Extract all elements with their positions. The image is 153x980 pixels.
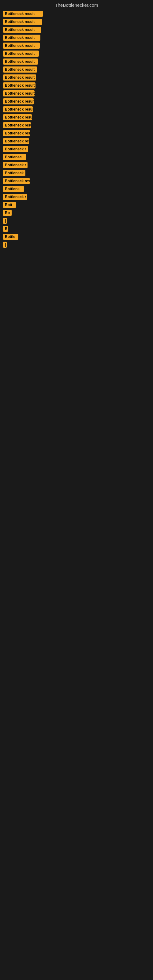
bottleneck-badge: Bottleneck result bbox=[3, 98, 33, 105]
bottleneck-badge: Bottlenec bbox=[3, 154, 26, 160]
bottleneck-list: Bottleneck resultBottleneck resultBottle… bbox=[0, 11, 153, 248]
bottleneck-badge: Bottleneck result bbox=[3, 138, 29, 144]
list-item: Bottleneck result bbox=[3, 114, 150, 120]
list-item: Bottleneck result bbox=[3, 43, 150, 49]
list-item: Bottleneck result bbox=[3, 122, 150, 128]
bottleneck-badge: Bottleneck bbox=[3, 170, 26, 176]
list-item: Bottleneck result bbox=[3, 90, 150, 97]
bottleneck-badge: Bottleneck result bbox=[3, 51, 39, 57]
bottleneck-badge: Bottleneck result bbox=[3, 90, 35, 97]
bottleneck-badge: Bottleneck result bbox=[3, 43, 40, 49]
bottleneck-badge: Bottleneck result bbox=[3, 83, 35, 89]
bottleneck-badge: Bottleneck result bbox=[3, 27, 41, 33]
bottleneck-badge: Bottleneck r bbox=[3, 162, 27, 168]
bottleneck-badge: Bottle bbox=[3, 234, 18, 240]
list-item: Bottleneck r bbox=[3, 162, 150, 168]
list-item: Bo bbox=[3, 210, 150, 216]
bottleneck-badge: | bbox=[3, 242, 7, 248]
list-item: Bottleneck res bbox=[3, 130, 150, 136]
bottleneck-badge: Bottleneck r bbox=[3, 146, 28, 152]
list-item: Bottleneck res bbox=[3, 178, 150, 184]
bottleneck-badge: Bottleneck r bbox=[3, 194, 27, 200]
list-item: Bottleneck result bbox=[3, 19, 150, 25]
bottleneck-badge: | bbox=[3, 218, 7, 224]
bottleneck-badge: Bottleneck result bbox=[3, 35, 40, 41]
list-item: Bottleneck result bbox=[3, 11, 150, 17]
bottleneck-badge: Bottleneck result bbox=[3, 106, 33, 112]
bottleneck-badge: Bottleneck result bbox=[3, 114, 32, 120]
bottleneck-badge: Bottleneck result bbox=[3, 11, 43, 17]
site-title: TheBottlenecker.com bbox=[0, 0, 153, 9]
bottleneck-badge: Bottlene bbox=[3, 186, 24, 192]
list-item: | bbox=[3, 242, 150, 248]
bottleneck-badge: Bottleneck result bbox=[3, 75, 36, 81]
list-item: Bottleneck bbox=[3, 170, 150, 176]
list-item: B bbox=[3, 226, 150, 232]
bottleneck-badge: Bottleneck res bbox=[3, 178, 30, 184]
list-item: Bottleneck result bbox=[3, 138, 150, 144]
list-item: Bottleneck result bbox=[3, 67, 150, 73]
list-item: Bottleneck result bbox=[3, 98, 150, 105]
bottleneck-badge: Bottleneck result bbox=[3, 59, 38, 65]
bottleneck-badge: B bbox=[3, 226, 8, 232]
list-item: | bbox=[3, 218, 150, 224]
bottleneck-badge: Bo bbox=[3, 210, 12, 216]
list-item: Bottleneck r bbox=[3, 146, 150, 152]
list-item: Bottleneck result bbox=[3, 75, 150, 81]
list-item: Bottleneck result bbox=[3, 59, 150, 65]
list-item: Bottleneck r bbox=[3, 194, 150, 200]
list-item: Bottleneck result bbox=[3, 51, 150, 57]
list-item: Bottleneck result bbox=[3, 106, 150, 112]
bottleneck-badge: Bottleneck result bbox=[3, 19, 42, 25]
bottleneck-badge: Bott bbox=[3, 202, 16, 208]
bottleneck-badge: Bottleneck result bbox=[3, 67, 37, 73]
list-item: Bottleneck result bbox=[3, 27, 150, 33]
bottleneck-badge: Bottleneck result bbox=[3, 122, 31, 128]
bottleneck-badge: Bottleneck res bbox=[3, 130, 30, 136]
list-item: Bottleneck result bbox=[3, 83, 150, 89]
list-item: Bottleneck result bbox=[3, 35, 150, 41]
list-item: Bottlenec bbox=[3, 154, 150, 160]
list-item: Bott bbox=[3, 202, 150, 208]
list-item: Bottle bbox=[3, 234, 150, 240]
list-item: Bottlene bbox=[3, 186, 150, 192]
